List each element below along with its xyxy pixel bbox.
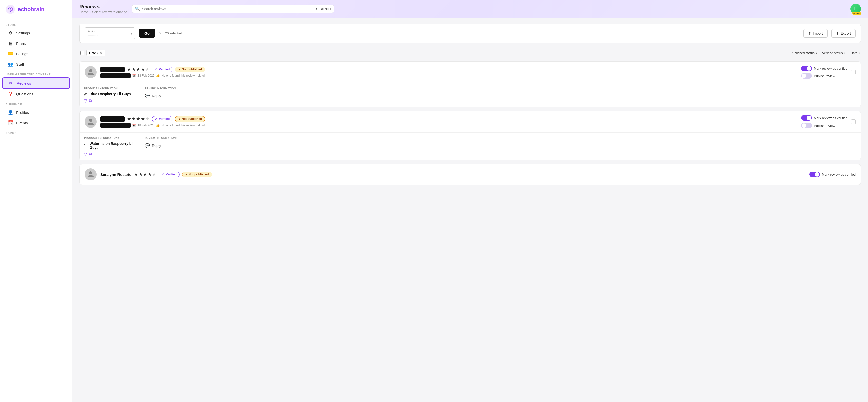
not-published-icon: ●: [178, 117, 180, 121]
external-link-icon[interactable]: ⧉: [89, 152, 92, 156]
search-input[interactable]: [142, 7, 314, 11]
star-5: ★: [145, 67, 149, 72]
mark-verified-toggle[interactable]: [801, 66, 812, 71]
card-checkbox[interactable]: [851, 120, 856, 124]
export-label: Export: [841, 31, 851, 35]
date-sort-label: Date: [850, 51, 857, 55]
product-info-col: PRODUCT INFORMATION: 🏷 Blue Raspberry Li…: [80, 83, 140, 107]
main-area: Reviews Home › Select review to change 🔍…: [72, 0, 868, 402]
breadcrumb-home[interactable]: Home: [79, 10, 88, 14]
events-icon: 📅: [8, 120, 13, 126]
date-filter[interactable]: Date ▾ ✕: [86, 50, 105, 56]
star-2: ★: [132, 116, 136, 122]
star-4: ★: [141, 116, 145, 122]
publish-label: Publish review: [814, 74, 835, 78]
filter-link-icon[interactable]: ▽: [84, 98, 87, 103]
topbar: Reviews Home › Select review to change 🔍…: [72, 0, 868, 18]
export-button[interactable]: ⬇ Export: [831, 29, 856, 38]
go-button[interactable]: Go: [139, 29, 155, 38]
verified-status-sort[interactable]: Verified status ▾: [822, 51, 845, 55]
import-button[interactable]: ⬆ Import: [803, 29, 828, 38]
publish-label: Publish review: [814, 124, 835, 128]
star-3: ★: [136, 116, 140, 122]
title-area: Reviews Home › Select review to change: [79, 4, 127, 14]
sidebar-item-billings[interactable]: 💳 Billings: [2, 49, 70, 59]
product-name-row: 🏷 Watermelon Raspberry Lil Guys: [84, 142, 135, 150]
date-icon: 📅: [132, 74, 136, 78]
search-icon: 🔍: [135, 7, 140, 11]
date-sort[interactable]: Date ▾: [850, 51, 860, 55]
black-bar: ​: [100, 123, 131, 128]
toggle-thumb: [815, 172, 819, 177]
billing-icon: 💳: [8, 51, 13, 57]
date-sort-arrow: ▾: [859, 52, 860, 55]
filter-link-icon[interactable]: ▽: [84, 152, 87, 156]
review-actions: Mark review as verified: [809, 172, 856, 177]
verified-label: Verified: [159, 68, 169, 71]
star-2: ★: [132, 67, 136, 72]
publish-toggle[interactable]: [801, 123, 812, 128]
sidebar-item-label: Reviews: [17, 81, 31, 85]
date-icon: 📅: [132, 124, 136, 127]
sidebar-item-profiles[interactable]: 👤 Profiles: [2, 107, 70, 118]
product-links: ▽ ⧉: [84, 98, 135, 103]
reviews-icon: ✏: [8, 81, 14, 86]
avatar[interactable]: L Finance: [850, 4, 861, 14]
mark-verified-toggle[interactable]: [809, 172, 820, 177]
breadcrumb-sep: ›: [90, 10, 91, 14]
mark-verified-toggle-group: Mark review as verified: [801, 115, 847, 121]
verified-check-icon: ✓: [155, 117, 157, 121]
reviewer-name-row: ​ ★ ★ ★ ★ ★ ✓ Verified: [100, 116, 798, 122]
not-published-icon: ●: [178, 68, 180, 71]
external-link-icon[interactable]: ⧉: [89, 98, 92, 103]
sidebar-item-questions[interactable]: ❓ Questions: [2, 89, 70, 99]
review-body: PRODUCT INFORMATION: 🏷 Watermelon Raspbe…: [80, 132, 861, 160]
sidebar-item-label: Questions: [16, 92, 33, 96]
review-card: ​ ★ ★ ★ ★ ★ ✓ Verified: [79, 61, 861, 107]
reply-button[interactable]: 💬 Reply: [145, 92, 161, 100]
page-title: Reviews: [79, 4, 127, 10]
mark-verified-toggle-group: Mark review as verified: [801, 66, 847, 71]
black-bar: ​: [100, 73, 131, 78]
action-select[interactable]: Action: ---------: [85, 27, 135, 39]
reply-label: Reply: [152, 144, 161, 148]
review-info-col: REVIEW INFORMATION: 💬 Reply: [140, 133, 861, 160]
mark-verified-toggle[interactable]: [801, 115, 812, 121]
person-icon: [87, 68, 94, 76]
ugc-section-label: USER-GENERATED CONTENT: [0, 69, 72, 78]
product-links: ▽ ⧉: [84, 152, 135, 156]
review-header: ​ ★ ★ ★ ★ ★ ✓ Verified: [80, 62, 861, 83]
star-1: ★: [134, 172, 138, 177]
card-checkbox[interactable]: [851, 70, 856, 74]
reviewer-name-row: Seralynn Rosario ★ ★ ★ ★ ★ ✓ Verified: [100, 172, 806, 178]
select-all-checkbox[interactable]: [80, 51, 84, 55]
sidebar-item-reviews[interactable]: ✏ Reviews: [2, 78, 70, 89]
verified-status-arrow: ▾: [844, 52, 845, 55]
search-button[interactable]: SEARCH: [316, 7, 331, 11]
publish-toggle[interactable]: [801, 73, 812, 79]
toggle-thumb: [802, 74, 806, 78]
reply-icon: 💬: [145, 143, 150, 148]
verified-status-label: Verified status: [822, 51, 843, 55]
sidebar-item-label: Staff: [16, 62, 24, 66]
sidebar-item-label: Profiles: [16, 111, 29, 115]
review-meta: ​ 📅 18 Feb 2025 👍 No one found this revi…: [100, 123, 798, 128]
sidebar-item-staff[interactable]: 👥 Staff: [2, 59, 70, 69]
sidebar-item-events[interactable]: 📅 Events: [2, 118, 70, 128]
questions-icon: ❓: [8, 91, 13, 97]
sidebar-item-settings[interactable]: ⚙ Settings: [2, 28, 70, 38]
review-date: 18 Feb 2025: [137, 74, 154, 78]
verified-check-icon: ✓: [155, 68, 157, 71]
tag-icon: 🏷: [84, 92, 88, 96]
avatar-letter: L: [854, 6, 857, 12]
reply-button[interactable]: 💬 Reply: [145, 142, 161, 149]
date-filter-clear[interactable]: ✕: [99, 51, 102, 55]
sidebar-item-plans[interactable]: ▦ Plans: [2, 38, 70, 49]
published-status-sort[interactable]: Published status ▾: [790, 51, 817, 55]
mark-verified-toggle-group: Mark review as verified: [809, 172, 856, 177]
not-published-label: Not published: [182, 117, 202, 121]
import-icon: ⬆: [808, 31, 811, 35]
verified-badge: ✓ Verified: [152, 116, 173, 122]
product-name: Blue Raspberry Lil Guys: [90, 92, 131, 96]
sidebar-item-label: Events: [16, 121, 28, 125]
